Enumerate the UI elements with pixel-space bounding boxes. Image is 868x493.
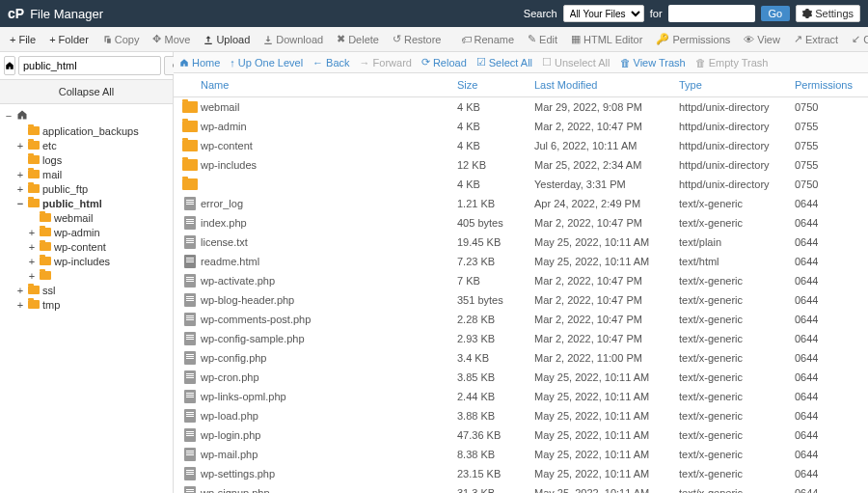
- nav-unselect-all[interactable]: ☐Unselect All: [542, 56, 610, 68]
- settings-button[interactable]: Settings: [796, 5, 860, 22]
- cell-type: httpd/unix-directory: [679, 138, 795, 153]
- tree-item[interactable]: +etc: [0, 139, 173, 153]
- table-row[interactable]: wp-includes12 KBMar 25, 2022, 2:34 AMhtt…: [174, 155, 868, 175]
- extract-button[interactable]: ↗Extract: [788, 31, 844, 47]
- table-row[interactable]: wp-activate.php7 KBMar 2, 2022, 10:47 PM…: [174, 271, 868, 290]
- table-row[interactable]: webmail4 KBMar 29, 2022, 9:08 PMhttpd/un…: [174, 97, 868, 117]
- tree-item[interactable]: logs: [0, 153, 173, 168]
- view-button[interactable]: 👁View: [738, 32, 786, 47]
- tree-toggle-icon[interactable]: +: [15, 169, 25, 181]
- tree-toggle-icon[interactable]: +: [27, 270, 37, 283]
- table-row[interactable]: wp-config-sample.php2.93 KBMar 2, 2022, …: [174, 329, 868, 348]
- rename-button[interactable]: 🏷Rename: [455, 32, 521, 47]
- tree-item[interactable]: +wp-content: [0, 240, 173, 255]
- new-file-button[interactable]: +File: [4, 32, 41, 47]
- collapse-all-button[interactable]: Collapse All: [0, 80, 173, 104]
- tree-item[interactable]: +tmp: [0, 298, 173, 313]
- table-row[interactable]: wp-admin4 KBMar 2, 2022, 10:47 PMhttpd/u…: [174, 117, 868, 136]
- tree-item[interactable]: +: [0, 269, 173, 284]
- cell-perm: 0644: [795, 466, 862, 481]
- cell-modified: May 25, 2022, 10:11 AM: [534, 408, 679, 424]
- tree-item[interactable]: +mail: [0, 168, 173, 182]
- tree-toggle-icon[interactable]: +: [27, 227, 37, 239]
- search-input[interactable]: [668, 5, 755, 22]
- cell-modified: Mar 25, 2022, 2:34 AM: [534, 157, 679, 173]
- nav-empty-trash[interactable]: 🗑Empty Trash: [695, 57, 769, 68]
- col-modified[interactable]: Last Modified: [534, 79, 679, 91]
- nav-up-one-level[interactable]: ↑Up One Level: [230, 57, 303, 68]
- delete-button[interactable]: ✖Delete: [331, 31, 385, 47]
- move-button[interactable]: ✥Move: [147, 31, 196, 47]
- table-row[interactable]: wp-signup.php31.3 KBMay 25, 2022, 10:11 …: [174, 483, 868, 493]
- col-name[interactable]: Name: [201, 79, 457, 91]
- nav-reload[interactable]: ⟳Reload: [421, 56, 467, 68]
- table-row[interactable]: wp-links-opml.php2.44 KBMay 25, 2022, 10…: [174, 387, 868, 406]
- home-icon: [179, 58, 189, 68]
- edit-button[interactable]: ✎Edit: [522, 31, 563, 47]
- compress-button[interactable]: ↙Compress: [846, 31, 868, 47]
- home-button[interactable]: [4, 56, 15, 75]
- table-row[interactable]: wp-content4 KBJul 6, 2022, 10:11 AMhttpd…: [174, 136, 868, 155]
- table-row[interactable]: 4 KBYesterday, 3:31 PMhttpd/unix-directo…: [174, 175, 868, 194]
- tree-toggle-icon[interactable]: +: [15, 285, 25, 297]
- table-row[interactable]: wp-cron.php3.85 KBMay 25, 2022, 10:11 AM…: [174, 368, 868, 387]
- tree-toggle-icon[interactable]: +: [15, 140, 25, 152]
- main-toolbar: +File +Folder Copy ✥Move Upload Download…: [0, 27, 868, 52]
- tree-item[interactable]: −public_html: [0, 197, 173, 211]
- cell-perm: 0755: [795, 119, 862, 134]
- tree-item[interactable]: +wp-includes: [0, 255, 173, 269]
- table-row[interactable]: wp-comments-post.php2.28 KBMar 2, 2022, …: [174, 310, 868, 329]
- table-row[interactable]: wp-mail.php8.38 KBMay 25, 2022, 10:11 AM…: [174, 445, 868, 464]
- nav-home[interactable]: Home: [179, 57, 220, 68]
- tree-toggle-icon[interactable]: −: [15, 198, 25, 210]
- cell-size: 31.3 KB: [457, 485, 534, 493]
- table-row[interactable]: wp-settings.php23.15 KBMay 25, 2022, 10:…: [174, 464, 868, 483]
- path-input[interactable]: [18, 56, 161, 75]
- new-folder-button[interactable]: +Folder: [43, 32, 95, 47]
- tree-item[interactable]: −: [0, 108, 173, 124]
- tree-toggle-icon[interactable]: +: [15, 183, 25, 196]
- tree-item[interactable]: +ssl: [0, 284, 173, 298]
- table-row[interactable]: wp-blog-header.php351 bytesMar 2, 2022, …: [174, 290, 868, 310]
- file-icon: [179, 351, 201, 365]
- table-row[interactable]: readme.html7.23 KBMay 25, 2022, 10:11 AM…: [174, 252, 868, 271]
- cell-type: httpd/unix-directory: [679, 177, 795, 192]
- cell-type: text/x-generic: [679, 215, 795, 231]
- copy-button[interactable]: Copy: [96, 32, 146, 47]
- col-size[interactable]: Size: [457, 79, 534, 91]
- download-button[interactable]: Download: [258, 32, 329, 47]
- cell-modified: Mar 2, 2022, 10:47 PM: [534, 331, 679, 346]
- upload-button[interactable]: Upload: [198, 32, 256, 47]
- nav-forward[interactable]: →Forward: [360, 57, 412, 68]
- col-permissions[interactable]: Permissions: [795, 79, 862, 91]
- table-row[interactable]: index.php405 bytesMar 2, 2022, 10:47 PMt…: [174, 213, 868, 233]
- table-row[interactable]: wp-login.php47.36 KBMay 25, 2022, 10:11 …: [174, 425, 868, 445]
- table-row[interactable]: error_log1.21 KBApr 24, 2022, 2:49 PMtex…: [174, 194, 868, 213]
- nav-back[interactable]: ←Back: [312, 57, 349, 68]
- nav-select-all[interactable]: ☑Select All: [476, 56, 532, 68]
- tree-toggle-icon[interactable]: +: [15, 299, 25, 312]
- table-row[interactable]: wp-config.php3.4 KBMar 2, 2022, 11:00 PM…: [174, 348, 868, 368]
- col-type[interactable]: Type: [679, 79, 795, 91]
- tree-item[interactable]: +public_ftp: [0, 182, 173, 197]
- table-row[interactable]: wp-load.php3.88 KBMay 25, 2022, 10:11 AM…: [174, 406, 868, 425]
- table-row[interactable]: license.txt19.45 KBMay 25, 2022, 10:11 A…: [174, 233, 868, 252]
- tree-toggle-icon[interactable]: +: [27, 241, 37, 254]
- restore-button[interactable]: ↺Restore: [387, 31, 448, 47]
- html-editor-button[interactable]: ▦HTML Editor: [565, 31, 648, 47]
- tree-item[interactable]: webmail: [0, 211, 173, 226]
- tree-toggle-icon[interactable]: +: [27, 256, 37, 268]
- file-icon: [179, 255, 201, 268]
- search-scope-select[interactable]: All Your Files: [563, 5, 644, 22]
- permissions-button[interactable]: 🔑Permissions: [650, 31, 736, 47]
- nav-view-trash[interactable]: 🗑View Trash: [620, 57, 686, 68]
- cell-name: wp-signup.php: [201, 485, 457, 493]
- tree-item[interactable]: application_backups: [0, 124, 173, 139]
- cell-perm: 0644: [795, 215, 862, 231]
- cell-perm: 0644: [795, 273, 862, 288]
- search-go-button[interactable]: Go: [761, 6, 791, 21]
- tree-toggle-icon[interactable]: −: [4, 110, 14, 123]
- extract-icon: ↗: [794, 33, 802, 45]
- tree-item[interactable]: +wp-admin: [0, 226, 173, 240]
- tree-item-label: etc: [42, 140, 57, 152]
